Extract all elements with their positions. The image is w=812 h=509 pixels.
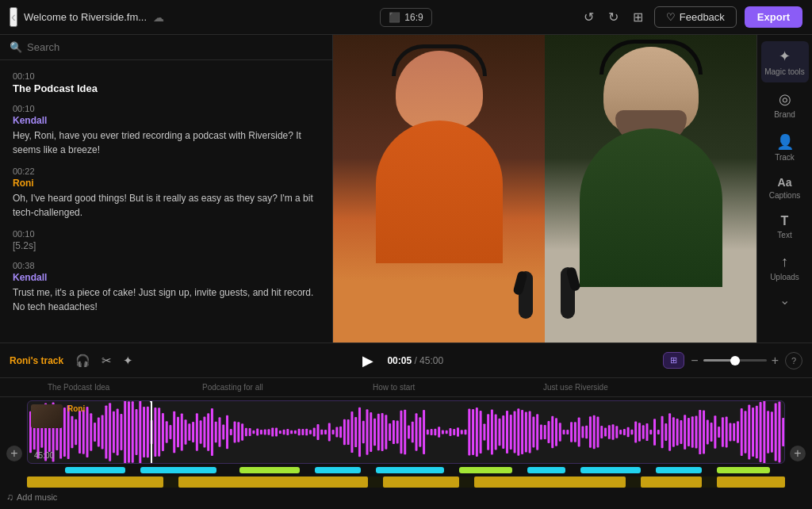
music-note-icon: ♫: [6, 492, 13, 503]
chevron-down-icon[interactable]: ⌄: [779, 293, 790, 308]
uploads-icon: ↑: [781, 254, 788, 270]
transcript-text: Oh, I've heard good things! But is it re…: [13, 191, 320, 220]
music-bar: [474, 476, 626, 488]
list-item[interactable]: 00:38 Kendall Trust me, it's a piece of …: [0, 256, 332, 319]
svg-rect-62: [264, 429, 266, 434]
svg-rect-119: [480, 411, 482, 454]
svg-rect-75: [313, 427, 316, 436]
feedback-label: Feedback: [680, 11, 725, 23]
svg-rect-118: [476, 408, 478, 457]
svg-rect-195: [767, 411, 769, 454]
svg-rect-112: [453, 429, 455, 435]
add-track-left-button[interactable]: +: [6, 446, 22, 461]
undo-button[interactable]: ↺: [580, 6, 597, 28]
svg-rect-57: [245, 428, 247, 436]
list-item[interactable]: 00:10 The Podcast Idea: [0, 67, 332, 99]
search-input[interactable]: [27, 41, 323, 53]
svg-rect-103: [419, 417, 421, 446]
svg-rect-130: [521, 410, 523, 454]
svg-rect-80: [332, 430, 335, 434]
timestamp: 00:10: [13, 229, 320, 239]
grid-button[interactable]: ⊞: [630, 6, 646, 28]
back-button[interactable]: ‹: [10, 7, 17, 27]
zoom-in-button[interactable]: +: [772, 354, 779, 368]
svg-rect-102: [416, 413, 418, 451]
svg-rect-54: [234, 422, 236, 443]
top-bar-center: ⬛ 16:9: [380, 8, 431, 27]
captions-button[interactable]: Aa Captions: [761, 170, 809, 206]
monitor-icon: ⬛: [389, 12, 400, 23]
svg-rect-147: [585, 426, 588, 439]
svg-rect-199: [782, 418, 784, 446]
text-button[interactable]: T Text: [761, 208, 809, 246]
main-content: 🔍 00:10 The Podcast Idea 00:10 Kendall H…: [0, 35, 812, 343]
add-music-button[interactable]: ♫ Add music: [6, 492, 57, 503]
cloud-icon: ☁: [153, 11, 164, 24]
svg-rect-42: [188, 423, 190, 441]
uploads-button[interactable]: ↑ Uploads: [761, 247, 809, 288]
cut-icon[interactable]: ✂: [99, 351, 114, 370]
svg-rect-120: [483, 423, 485, 440]
help-button[interactable]: ?: [785, 352, 802, 369]
timeline-ruler: The Podcast Idea Podcasting for all How …: [0, 378, 812, 397]
aspect-ratio-button[interactable]: ⬛ 16:9: [380, 8, 431, 27]
svg-rect-164: [649, 430, 652, 434]
play-button[interactable]: ▶: [355, 348, 381, 373]
svg-rect-105: [427, 430, 429, 434]
svg-rect-88: [362, 421, 365, 443]
svg-rect-51: [222, 425, 224, 440]
current-time: 00:05: [387, 355, 412, 366]
svg-rect-179: [707, 420, 709, 445]
svg-rect-69: [290, 431, 293, 434]
svg-rect-180: [710, 423, 713, 442]
svg-rect-160: [634, 421, 637, 442]
svg-rect-124: [498, 419, 500, 446]
svg-rect-23: [117, 408, 119, 455]
music-bar: [641, 476, 701, 488]
svg-rect-26: [128, 401, 130, 463]
svg-rect-98: [400, 411, 402, 454]
svg-rect-177: [699, 410, 701, 454]
svg-rect-90: [370, 412, 372, 452]
magic-tools-button[interactable]: ✦ Magic tools: [761, 41, 809, 82]
svg-rect-144: [574, 422, 576, 442]
timestamp: 00:10: [13, 104, 320, 113]
svg-rect-96: [393, 420, 395, 444]
svg-rect-36: [166, 421, 168, 442]
svg-rect-89: [366, 409, 369, 455]
svg-rect-109: [442, 430, 444, 434]
svg-rect-167: [661, 416, 664, 449]
redo-button[interactable]: ↻: [605, 6, 622, 28]
svg-rect-12: [75, 419, 77, 445]
list-item[interactable]: 00:22 Roni Oh, I've heard good things! B…: [0, 162, 332, 224]
zoom-out-button[interactable]: −: [691, 354, 698, 368]
track-speaker: Roni: [67, 404, 85, 413]
svg-rect-52: [226, 415, 228, 449]
svg-rect-191: [752, 408, 754, 457]
svg-rect-30: [143, 407, 145, 457]
svg-rect-148: [589, 416, 592, 447]
svg-rect-49: [215, 422, 217, 443]
svg-rect-86: [354, 417, 357, 447]
list-item[interactable]: 00:10 [5.2s]: [0, 224, 332, 256]
total-time-label: 45:00: [419, 355, 443, 366]
svg-rect-16: [90, 413, 92, 451]
add-track-right-button[interactable]: +: [790, 446, 806, 461]
track-button[interactable]: 👤 Track: [761, 127, 809, 168]
list-item[interactable]: 00:10 Kendall Hey, Roni, have you ever t…: [0, 99, 332, 162]
headphones-icon[interactable]: 🎧: [73, 351, 93, 370]
zoom-slider[interactable]: [703, 359, 767, 362]
video-frame: [333, 35, 756, 343]
svg-rect-174: [688, 418, 690, 446]
export-button[interactable]: Export: [745, 6, 802, 28]
magic-cut-icon[interactable]: ✦: [121, 351, 136, 370]
brand-button[interactable]: ◎ Brand: [761, 84, 809, 125]
ruler-label-1: The Podcast Idea: [48, 383, 109, 392]
svg-rect-83: [343, 419, 346, 445]
svg-rect-81: [335, 427, 338, 438]
layout-button[interactable]: ⊞: [663, 352, 684, 369]
feedback-button[interactable]: ♡ Feedback: [654, 6, 737, 28]
video-left-panel: [333, 35, 545, 343]
svg-rect-82: [339, 427, 342, 438]
audio-track[interactable]: Roni // We'll render this via JS below 4…: [27, 400, 785, 464]
